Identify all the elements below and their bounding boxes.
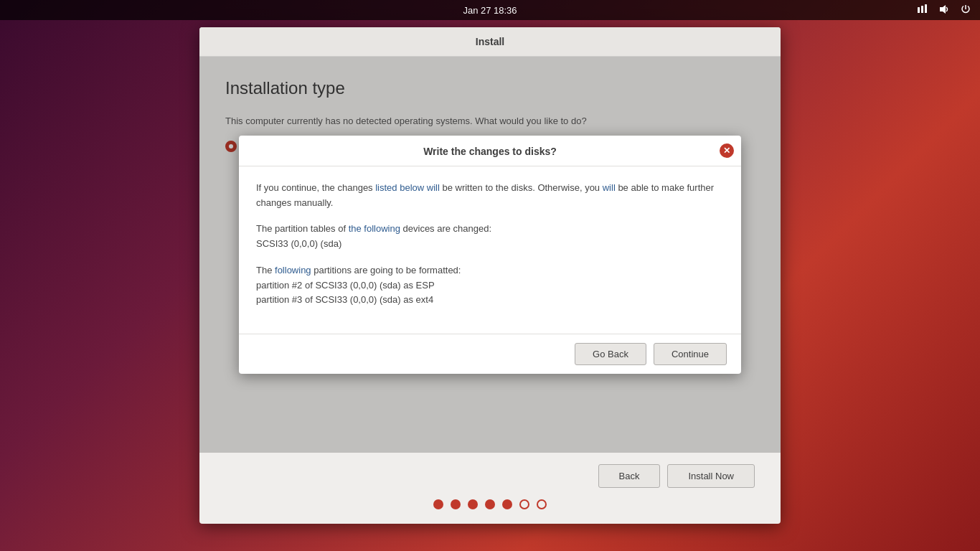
progress-dot-4 xyxy=(485,499,495,509)
back-button[interactable]: Back xyxy=(598,464,661,488)
modal-device: SCSI33 (0,0,0) (sda) xyxy=(256,238,341,249)
modal-overlay: Write the changes to disks? ✕ If you con… xyxy=(199,57,781,453)
progress-dot-7 xyxy=(537,499,547,509)
modal-partitions: The following partitions are going to be… xyxy=(256,263,724,308)
installer-content: Installation type This computer currentl… xyxy=(199,57,781,453)
modal-header: Write the changes to disks? ✕ xyxy=(239,136,741,166)
svg-rect-2 xyxy=(925,4,927,13)
datetime: Jan 27 18:36 xyxy=(463,5,517,16)
modal-close-button[interactable]: ✕ xyxy=(720,143,734,158)
modal-title: Write the changes to disks? xyxy=(423,146,557,157)
continue-button[interactable]: Continue xyxy=(654,343,727,365)
volume-icon[interactable] xyxy=(938,4,950,17)
svg-marker-3 xyxy=(940,5,946,14)
window-title: Install xyxy=(476,36,504,47)
modal-partition-table: The partition tables of the following de… xyxy=(256,222,724,252)
installer-window: Install Installation type This computer … xyxy=(199,27,781,524)
write-changes-modal: Write the changes to disks? ✕ If you con… xyxy=(239,136,741,375)
modal-paragraph1: If you continue, the changes listed belo… xyxy=(256,181,724,211)
installer-bottom: Back Install Now xyxy=(199,453,781,524)
progress-dot-3 xyxy=(468,499,478,509)
svg-rect-1 xyxy=(921,6,923,13)
power-icon[interactable] xyxy=(960,4,971,17)
modal-footer: Go Back Continue xyxy=(239,334,741,374)
progress-dot-2 xyxy=(451,499,461,509)
modal-partition2: partition #3 of SCSI33 (0,0,0) (sda) as … xyxy=(256,294,433,305)
install-now-button[interactable]: Install Now xyxy=(667,464,755,488)
topbar: Jan 27 18:36 xyxy=(0,0,980,20)
go-back-button[interactable]: Go Back xyxy=(575,343,646,365)
progress-dots xyxy=(433,499,547,509)
network-icon[interactable] xyxy=(917,4,928,17)
modal-partition1: partition #2 of SCSI33 (0,0,0) (sda) as … xyxy=(256,280,435,291)
svg-rect-0 xyxy=(918,7,920,13)
installer-titlebar: Install xyxy=(199,27,781,57)
progress-dot-1 xyxy=(433,499,443,509)
progress-dot-6 xyxy=(519,499,529,509)
nav-buttons: Back Install Now xyxy=(225,464,755,488)
modal-body: If you continue, the changes listed belo… xyxy=(239,166,741,334)
progress-dot-5 xyxy=(502,499,512,509)
